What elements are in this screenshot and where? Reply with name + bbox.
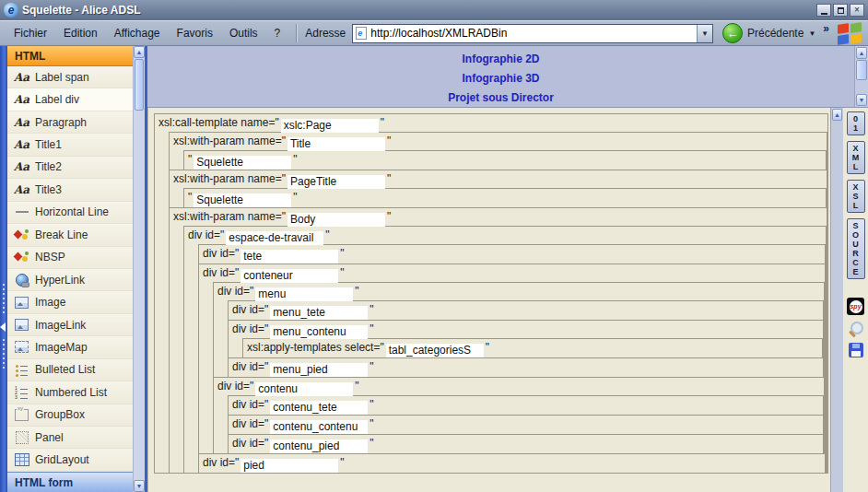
node-prefix: div id=": [203, 456, 239, 469]
scroll-down-icon[interactable]: ▼: [856, 94, 867, 106]
menu-item-outils[interactable]: Outils: [221, 24, 266, 42]
node-value-field[interactable]: xslc:Page: [281, 119, 379, 133]
magnifier-icon[interactable]: [848, 321, 864, 337]
scroll-up-icon[interactable]: ▲: [832, 109, 842, 121]
link-infographie-2d[interactable]: Infographie 2D: [462, 50, 539, 69]
address-bar[interactable]: e http://localhost/XMLRADBin ▼: [352, 24, 713, 43]
strip-button-xml[interactable]: XML: [847, 141, 865, 174]
link-projet-sous-director[interactable]: Projet sous Director: [448, 88, 554, 108]
node-value-field[interactable]: menu: [255, 287, 353, 301]
close-button[interactable]: ×: [850, 4, 864, 17]
links-panel-scrollbar[interactable]: ▲ ▼: [854, 46, 868, 107]
toolbox-item-nbsp[interactable]: NBSP: [7, 247, 133, 269]
toolbox-category-html[interactable]: HTML: [7, 46, 133, 66]
toolbox-item-gridlayout[interactable]: GridLayout: [7, 449, 133, 471]
toolbox-item-imagemap[interactable]: ImageMap: [7, 336, 133, 358]
minimize-button[interactable]: [816, 4, 831, 17]
tree-node-label[interactable]: xsl:call-template name="xslc:Page": [155, 114, 827, 133]
tree-node-label[interactable]: div id="menu": [214, 283, 824, 301]
toolbox-item-image[interactable]: Image: [7, 291, 133, 313]
toolbox-item-numbered-list[interactable]: Numbered List: [7, 381, 133, 404]
spy-icon[interactable]: spy: [847, 298, 864, 315]
address-dropdown-button[interactable]: ▼: [697, 25, 712, 42]
node-value-field[interactable]: PageTitle: [287, 175, 385, 189]
scroll-up-icon[interactable]: ▲: [856, 47, 867, 59]
node-value-field[interactable]: menu_contenu: [270, 325, 368, 339]
node-value-field[interactable]: tete: [240, 250, 338, 264]
tree-node-label[interactable]: div id="contenu_tete": [229, 396, 823, 415]
tree-node-label[interactable]: div id="contenu_contenu": [229, 416, 823, 434]
tree-node-label[interactable]: xsl:apply-templates select="tabl_categor…: [243, 339, 822, 357]
scroll-up-icon[interactable]: ▲: [134, 46, 145, 58]
node-value-field[interactable]: espace-de-travail: [226, 231, 323, 245]
toolbar-overflow-chevron[interactable]: »: [823, 22, 829, 35]
tree-node-label[interactable]: div id="tete": [199, 245, 825, 264]
node-value-field[interactable]: Title: [287, 137, 385, 151]
strip-button-source[interactable]: SOURCE: [847, 218, 865, 279]
tree-node-label[interactable]: xsl:with-param name="Body": [170, 208, 827, 227]
tree-node-label[interactable]: "Squelette": [184, 189, 826, 207]
tree-node-label[interactable]: "Squelette": [184, 151, 826, 170]
toolbox-item-panel[interactable]: Panel: [7, 427, 133, 449]
strip-button-01[interactable]: 01: [847, 111, 865, 135]
toolbox-item-label-div[interactable]: AaLabel div: [7, 88, 133, 111]
sidebar-scrollbar[interactable]: ▲ ▼: [133, 46, 145, 492]
toolbox-item-horizontal-line[interactable]: Horizontal Line: [7, 202, 133, 224]
toolbox-item-title1[interactable]: AaTitle1: [7, 134, 133, 156]
node-value-field[interactable]: pied: [240, 459, 338, 473]
address-input[interactable]: http://localhost/XMLRADBin: [370, 27, 697, 40]
toolbox-item-bulleted-list[interactable]: Bulleted List: [7, 359, 133, 381]
tree-node-label[interactable]: div id="contenu_pied": [229, 435, 823, 453]
scrollbar-thumb[interactable]: [856, 60, 867, 80]
node-value-field[interactable]: Squelette: [194, 156, 291, 170]
template-tree-area: xsl:call-template name="xslc:Page"xsl:wi…: [147, 108, 868, 492]
menu-item-affichage[interactable]: Affichage: [106, 24, 169, 42]
tree-node-label[interactable]: div id="menu_pied": [229, 358, 823, 377]
node-value-field[interactable]: conteneur: [240, 269, 338, 283]
scrollbar-thumb[interactable]: [135, 59, 144, 111]
menu-item-fichier[interactable]: Fichier: [6, 24, 55, 42]
tree-node-label[interactable]: div id="contenu": [214, 378, 824, 396]
toolbox-item-hyperlink[interactable]: HyperLink: [7, 269, 133, 291]
node-value-field[interactable]: Squelette: [194, 193, 291, 207]
toolbox-item-paragraph[interactable]: AaParagraph: [7, 111, 133, 134]
restore-button[interactable]: [833, 4, 848, 17]
toolbox-item-groupbox[interactable]: GroupBox: [7, 404, 133, 427]
node-value-field[interactable]: contenu_tete: [270, 401, 368, 415]
node-value-field[interactable]: contenu_contenu: [270, 420, 368, 434]
tree-scrollbar[interactable]: ▲: [830, 108, 843, 492]
menu-item-edition[interactable]: Edition: [55, 24, 106, 42]
tree-node-label[interactable]: div id="menu_contenu": [229, 321, 823, 339]
tree-node-label[interactable]: div id="espace-de-travail": [184, 227, 826, 245]
node-value-field[interactable]: menu_tete: [270, 306, 368, 320]
toolbox-item-title3[interactable]: AaTitle3: [7, 179, 133, 201]
tree-node-label[interactable]: div id="menu_tete": [229, 301, 823, 320]
node-value-field[interactable]: tabl_categoriesS: [386, 344, 484, 357]
tree-node-label[interactable]: div id="conteneur": [199, 264, 825, 283]
node-value-field[interactable]: menu_pied: [270, 363, 368, 377]
link-infographie-3d[interactable]: Infographie 3D: [462, 69, 539, 88]
toolbox-item-imagelink[interactable]: ImageLink: [7, 314, 133, 336]
node-value-field[interactable]: Body: [287, 213, 385, 227]
toolbox-category-html-form[interactable]: HTML form: [7, 472, 133, 492]
node-prefix: div id=": [232, 322, 268, 335]
tree-node-label[interactable]: div id="pied": [199, 454, 825, 473]
toolbox-item-title2[interactable]: AaTitle2: [7, 157, 133, 179]
back-button[interactable]: ← Précédente ▼: [722, 23, 815, 43]
scroll-down-icon[interactable]: ▼: [134, 480, 145, 492]
toolbox-item-label: ImageLink: [35, 319, 86, 332]
toolbox-item-break-line[interactable]: Break Line: [7, 224, 133, 246]
node-value-field[interactable]: contenu: [255, 382, 353, 396]
tree-node: div id="menu_pied": [228, 357, 824, 378]
toolbox-item-label-span[interactable]: AaLabel span: [7, 66, 133, 88]
node-value-field[interactable]: contenu_pied: [270, 439, 368, 453]
sidebar-collapse-splitter[interactable]: [0, 46, 7, 492]
menu-item-[interactable]: ?: [266, 24, 289, 42]
tree-node-label[interactable]: xsl:with-param name="PageTitle": [170, 170, 827, 189]
imagemap-icon: [14, 340, 29, 355]
strip-button-xsl[interactable]: XSL: [847, 180, 865, 213]
tree-node-label[interactable]: xsl:with-param name="Title": [170, 133, 827, 151]
menu-item-favoris[interactable]: Favoris: [169, 24, 221, 42]
save-icon[interactable]: [849, 343, 863, 357]
back-dropdown-caret[interactable]: ▼: [808, 29, 815, 38]
